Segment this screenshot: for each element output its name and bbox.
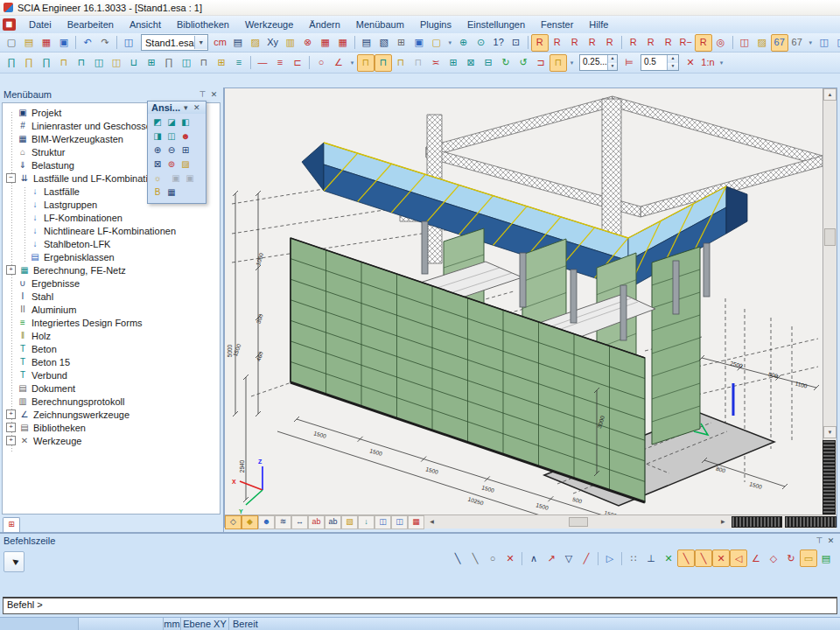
select-cut-button[interactable]: R xyxy=(601,34,619,52)
tree-item-nichtlineare-lf-kombinationen[interactable]: ↓Nichtlineare LF-Kombinationen xyxy=(3,224,220,237)
pin-icon[interactable]: ⊤ xyxy=(814,536,825,545)
status-plane[interactable]: Ebene XY xyxy=(181,618,229,630)
save-selection-button[interactable]: ▨ xyxy=(753,34,771,52)
close-icon[interactable]: ✕ xyxy=(192,103,202,112)
new-window-button[interactable]: ◫ xyxy=(816,34,833,52)
tree-item-holz[interactable]: ‖Holz xyxy=(3,329,220,342)
connect-members-button[interactable]: ▦ xyxy=(317,34,334,52)
label-abc-button[interactable]: ab xyxy=(308,515,325,529)
units-cm-button[interactable]: cm xyxy=(212,34,229,52)
print-preview-button[interactable]: ▧ xyxy=(375,34,393,52)
file-toolbar-options-chevron[interactable]: ▾ xyxy=(445,34,455,52)
mesh-size-spinner[interactable]: 0.25... ▲▼ xyxy=(579,54,618,71)
line-edit-button[interactable]: ╱ xyxy=(578,550,595,567)
load-display-button[interactable]: ↓ xyxy=(358,515,374,529)
results-display-button[interactable]: ≋ xyxy=(275,515,291,529)
menu-item-menübaum[interactable]: Menübaum xyxy=(348,16,412,33)
select-subtract-button[interactable]: R− xyxy=(677,34,695,52)
cursor-snap-button[interactable]: ▷ xyxy=(601,550,619,567)
scrollbar-thumb[interactable] xyxy=(569,517,588,527)
scroll-left-icon[interactable]: ◀ xyxy=(426,516,438,528)
haunch-button[interactable]: ⊓ xyxy=(73,54,90,72)
ansicht-palette[interactable]: Ansi... ▾ ✕ ◩◪◧◨◫☻⊕⊖⊞⊠⊚▨☼▣▣B▦ xyxy=(147,101,206,204)
cmd-line-button[interactable]: ╲ xyxy=(449,550,466,567)
snap-tangent-button[interactable]: ∠ xyxy=(747,550,765,567)
rotation-bar-1[interactable] xyxy=(732,516,783,528)
view-axo-2-button[interactable]: ◪ xyxy=(164,116,178,130)
snap-grid-button[interactable]: ∷ xyxy=(625,550,642,567)
view-walk-button[interactable]: ☻ xyxy=(178,130,192,144)
tree-expander-icon[interactable]: − xyxy=(6,173,16,183)
intersection-button[interactable]: ∏ xyxy=(160,54,178,72)
zoom-selection-button[interactable]: ⊚ xyxy=(164,158,178,172)
mesh-fb-button[interactable]: ⊞ xyxy=(444,54,462,72)
structure-toolbar-options-chevron[interactable]: ▾ xyxy=(347,54,357,72)
close-icon[interactable]: ✕ xyxy=(208,90,220,99)
tree-item-bibliotheken[interactable]: +▤Bibliotheken xyxy=(3,421,220,434)
view-cube-button[interactable]: ▦ xyxy=(164,186,178,200)
tree-item-beton[interactable]: TBeton xyxy=(3,342,220,355)
tree-item-berechnungsprotokoll[interactable]: ▥Berechnungsprotokoll xyxy=(3,395,220,408)
menu-item-plugins[interactable]: Plugins xyxy=(412,16,459,33)
tree-item-stahl[interactable]: IStahl xyxy=(3,290,220,303)
cut-intersections-button[interactable]: ✕ xyxy=(682,54,699,72)
tree-expander-icon[interactable]: + xyxy=(6,436,16,445)
tree-item-ergebnisse[interactable]: ∪Ergebnisse xyxy=(3,276,220,290)
model-viewport[interactable]: 5000 2940 1060 300 460 1500 1500 1500 15… xyxy=(224,88,837,528)
palette-header[interactable]: Ansi... ▾ ✕ xyxy=(148,102,206,114)
snap-step-button[interactable]: ⊨ xyxy=(620,54,638,72)
dimension-display-button[interactable]: ↔ xyxy=(291,515,308,529)
clip-box-button[interactable]: B xyxy=(150,186,164,200)
spinner-down-icon[interactable]: ▼ xyxy=(668,63,678,71)
status-units[interactable]: mm xyxy=(164,618,181,630)
draw-line-button[interactable]: — xyxy=(254,54,271,72)
view-axo-1-button[interactable]: ◩ xyxy=(150,116,164,130)
spinner-up-icon[interactable]: ▲ xyxy=(668,55,678,63)
tree-item-lf-kombinationen[interactable]: ↓LF-Kombinationen xyxy=(3,211,220,224)
save-database-button[interactable]: ▦ xyxy=(38,34,55,52)
regenerate-all-button[interactable]: ↺ xyxy=(514,54,532,72)
catalog-block-button[interactable]: ⊓ xyxy=(195,54,213,72)
menu-item-ändern[interactable]: Ändern xyxy=(301,16,347,33)
deselect-last-button[interactable]: R xyxy=(642,34,660,52)
window-layout-button[interactable]: ◫ xyxy=(391,515,408,529)
cursor-mode-button[interactable]: ▲ xyxy=(4,551,24,572)
befehlszeile-header[interactable]: Befehlszeile ⊤ ✕ xyxy=(0,534,840,548)
snap-polygon-button[interactable]: ◇ xyxy=(765,550,782,567)
undo-button[interactable]: ↶ xyxy=(79,34,96,52)
activity-button[interactable]: Xy xyxy=(264,34,282,52)
numbering-button[interactable]: 1? xyxy=(490,34,508,52)
zoom-window-button[interactable]: ⊞ xyxy=(178,144,192,158)
tree-item-berechnung-fe-netz[interactable]: +▦Berechnung, FE-Netz xyxy=(3,263,220,276)
mesh-fg-button[interactable]: ⊠ xyxy=(462,54,480,72)
tree-item-dokument[interactable]: ▤Dokument xyxy=(3,382,220,395)
menu-item-hilfe[interactable]: Hilfe xyxy=(581,16,616,33)
menu-item-einstellungen[interactable]: Einstellungen xyxy=(459,16,533,33)
subregion-button[interactable]: ⊞ xyxy=(143,54,160,72)
select-elements-button[interactable]: R xyxy=(531,34,549,52)
view-axo-4-button[interactable]: ◨ xyxy=(150,130,164,144)
view-front-button[interactable]: ◫ xyxy=(164,130,178,144)
scale-ratio-button[interactable]: 1:n xyxy=(699,54,717,72)
render-image-button[interactable]: ▣ xyxy=(169,172,183,186)
draw-circle-button[interactable]: ○ xyxy=(312,54,330,72)
coords-table-button[interactable]: ▤ xyxy=(817,550,835,567)
deselect-all-button[interactable]: R xyxy=(660,34,677,52)
mesh-plane-button[interactable]: ⊟ xyxy=(480,54,497,72)
model-svg[interactable]: 5000 2940 1060 300 460 1500 1500 1500 15… xyxy=(225,88,823,514)
chevron-down-icon[interactable]: ▾ xyxy=(180,103,191,112)
tree-item-beton-15[interactable]: TBeton 15 xyxy=(3,355,220,368)
plate-button[interactable]: ◫ xyxy=(90,54,108,72)
tree-expander-icon[interactable]: + xyxy=(6,410,16,419)
shading-button[interactable]: ▧ xyxy=(341,515,358,529)
pin-icon[interactable]: ⊤ xyxy=(197,90,208,99)
cmd-line-2-button[interactable]: ╲ xyxy=(466,550,484,567)
copy-window-button[interactable]: ◫ xyxy=(833,34,840,52)
rib-button[interactable]: ⊓ xyxy=(55,54,73,72)
spinner-up-icon[interactable]: ▲ xyxy=(608,55,617,63)
mesh-display-button[interactable]: ▦ xyxy=(408,515,424,529)
menubaum-header[interactable]: Menübaum ⊤ ✕ xyxy=(0,88,223,102)
hook-gray-button[interactable]: ⊓ xyxy=(410,54,427,72)
scale-toolbar-options-chevron[interactable]: ▾ xyxy=(717,54,726,72)
view-manager-button[interactable]: ▨ xyxy=(178,158,192,172)
